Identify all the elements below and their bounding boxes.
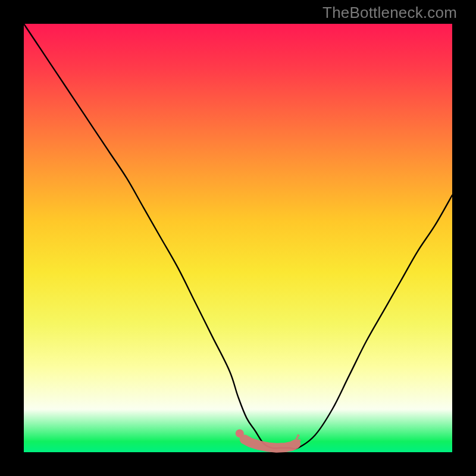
highlight-speckle [296, 437, 298, 439]
highlight-speckle [298, 439, 300, 441]
highlight-strip [245, 439, 296, 447]
plot-area [24, 24, 452, 452]
chart-frame: TheBottleneck.com [0, 0, 476, 476]
bottleneck-curve [24, 24, 452, 449]
watermark-text: TheBottleneck.com [322, 4, 457, 22]
highlight-lead-dot [236, 429, 244, 437]
curve-layer [24, 24, 452, 452]
highlight-segment [236, 429, 301, 447]
highlight-speckle [297, 434, 299, 437]
